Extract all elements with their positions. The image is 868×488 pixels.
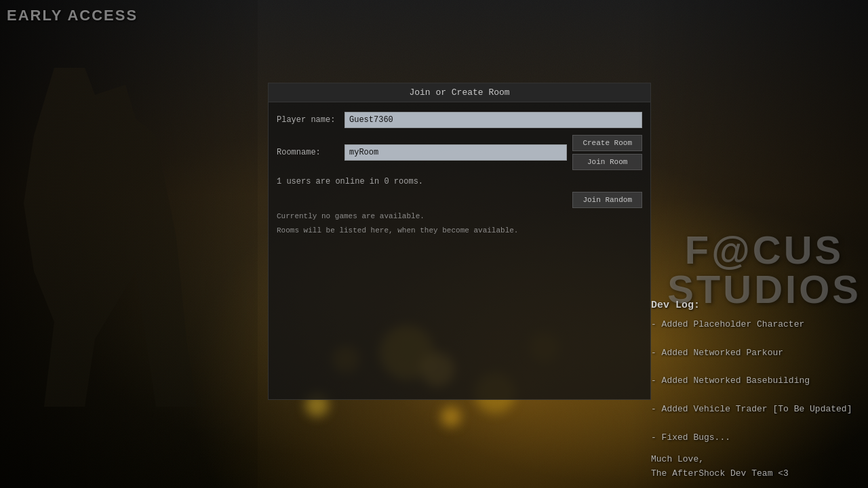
room-buttons: Create Room Join Room: [572, 135, 642, 170]
dev-log-entry-1: - Added Networked Parkour: [651, 346, 861, 361]
join-random-row: Join Random: [277, 192, 642, 208]
dev-log-entry-0: - Added Placeholder Character: [651, 318, 861, 332]
dev-log-footer-line1: Much Love,: [651, 453, 861, 467]
dev-log-entry-4: - Fixed Bugs...: [651, 431, 861, 445]
player-name-label: Player name:: [277, 115, 344, 125]
bokeh-7: [441, 407, 461, 427]
no-games-text: Currently no games are available.: [277, 211, 642, 222]
join-create-dialog: Join or Create Room Player name: Roomnam…: [268, 83, 651, 400]
join-room-button[interactable]: Join Room: [572, 154, 642, 170]
status-text: 1 users are online in 0 rooms.: [277, 177, 642, 186]
roomname-row: Roomname: Create Room Join Room: [277, 135, 642, 170]
dev-log-entry-3: - Added Vehicle Trader [To Be Updated]: [651, 403, 861, 417]
dialog-title: Join or Create Room: [269, 83, 650, 102]
player-name-row: Player name:: [277, 112, 642, 128]
dev-log-entry-2: - Added Networked Basebuilding: [651, 374, 861, 388]
create-room-button[interactable]: Create Room: [572, 135, 642, 151]
rooms-info-text: Rooms will be listed here, when they bec…: [277, 225, 642, 237]
dev-log-entries: - Added Placeholder Character - Added Ne…: [651, 318, 861, 445]
dev-log-footer-line2: The AfterShock Dev Team <3: [651, 467, 861, 481]
dev-log-footer: Much Love, The AfterShock Dev Team <3: [651, 453, 861, 481]
room-list-area: Currently no games are available. Rooms …: [277, 211, 642, 387]
dev-log-panel: Dev Log: - Added Placeholder Character -…: [651, 298, 861, 481]
dev-log-title: Dev Log:: [651, 298, 861, 314]
player-name-input[interactable]: [344, 112, 642, 128]
join-random-button[interactable]: Join Random: [572, 192, 642, 208]
early-access-label: EARLY ACCESS: [7, 7, 138, 24]
focus-text-line1: F@CUS: [667, 230, 861, 270]
dialog-body: Player name: Roomname: Create Room Join …: [269, 102, 650, 399]
roomname-label: Roomname:: [277, 148, 344, 157]
roomname-input[interactable]: [344, 144, 567, 161]
